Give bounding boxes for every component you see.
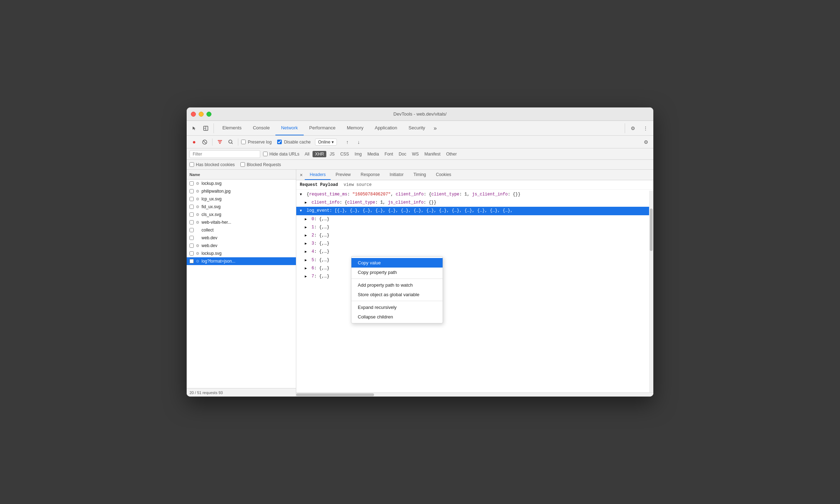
type-filter-img[interactable]: Img [352, 151, 364, 157]
tree-toggle-icon[interactable]: ▶ [305, 233, 309, 239]
tree-toggle-icon[interactable]: ▶ [305, 249, 309, 255]
tree-toggle-icon[interactable]: ▼ [300, 208, 304, 214]
type-filter-media[interactable]: Media [365, 151, 381, 157]
ctx-item-copy-property-path[interactable]: Copy property path [351, 268, 443, 277]
view-source-link[interactable]: view source [344, 182, 372, 187]
tab-network[interactable]: Network [275, 121, 304, 135]
file-checkbox[interactable] [189, 205, 194, 209]
list-item[interactable]: ⚙ lockup.svg [187, 180, 296, 187]
more-tabs-button[interactable]: » [431, 125, 440, 131]
tree-toggle-icon[interactable]: ▶ [305, 258, 309, 263]
list-item[interactable]: ⚙ web-vitals-her... [187, 218, 296, 226]
tree-row[interactable]: ▶ 3: {,…} [296, 240, 653, 248]
settings-icon[interactable]: ⚙ [628, 123, 638, 133]
tab-response[interactable]: Response [356, 170, 385, 180]
tree-row[interactable]: ▶ 7: {,…} [296, 272, 653, 281]
ctx-item-add-to-watch[interactable]: Add property path to watch [351, 280, 443, 290]
tab-performance[interactable]: Performance [304, 121, 341, 135]
disable-cache-checkbox[interactable] [277, 140, 282, 144]
tree-toggle-icon[interactable]: ▶ [305, 200, 309, 206]
file-checkbox[interactable] [189, 189, 194, 193]
tree-row[interactable]: ▼ {request_time_ms: "1605078406207", cli… [296, 191, 653, 199]
tab-elements[interactable]: Elements [217, 121, 247, 135]
tab-console[interactable]: Console [247, 121, 275, 135]
type-filter-ws[interactable]: WS [409, 151, 421, 157]
horizontal-scrollbar[interactable] [296, 392, 653, 397]
file-checkbox[interactable] [189, 236, 194, 240]
type-filter-doc[interactable]: Doc [396, 151, 409, 157]
cursor-icon[interactable] [189, 123, 199, 133]
list-item-selected[interactable]: ⚙ log?format=json... [187, 257, 296, 265]
scrollbar-thumb-vertical[interactable] [650, 209, 653, 251]
list-item[interactable]: ⚙ lcp_ux.svg [187, 195, 296, 203]
tab-initiator[interactable]: Initiator [385, 170, 408, 180]
tree-row-highlighted[interactable]: ▼ log_event: [{…}, {…}, {…}, {…}, {…}, {… [296, 207, 653, 215]
close-button[interactable] [191, 112, 196, 117]
search-button[interactable] [226, 137, 235, 147]
layout-icon[interactable] [201, 123, 211, 133]
type-filter-all[interactable]: All [302, 151, 312, 157]
list-item[interactable]: ⚙ fid_ux.svg [187, 203, 296, 211]
file-checkbox[interactable] [189, 197, 194, 201]
tree-row[interactable]: ▶ 5: {,…} [296, 256, 653, 264]
tab-cookies[interactable]: Cookies [431, 170, 456, 180]
ctx-item-expand-recursively[interactable]: Expand recursively [351, 303, 443, 312]
list-item[interactable]: ⚙ cls_ux.svg [187, 211, 296, 218]
tree-toggle-icon[interactable]: ▶ [305, 241, 309, 247]
type-filter-xhr[interactable]: XHR [313, 151, 326, 157]
preserve-log-checkbox[interactable] [241, 140, 246, 144]
type-filter-manifest[interactable]: Manifest [422, 151, 443, 157]
type-filter-js[interactable]: JS [327, 151, 337, 157]
maximize-button[interactable] [206, 112, 211, 117]
tree-toggle-icon[interactable]: ▶ [305, 266, 309, 271]
file-checkbox[interactable] [189, 220, 194, 224]
tab-memory[interactable]: Memory [341, 121, 369, 135]
file-checkbox[interactable] [189, 228, 194, 232]
download-button[interactable]: ↓ [354, 137, 363, 147]
vertical-scrollbar[interactable] [649, 191, 653, 392]
tab-timing[interactable]: Timing [408, 170, 431, 180]
tree-toggle-icon[interactable]: ▶ [305, 225, 309, 230]
tree-toggle-icon[interactable]: ▶ [305, 274, 309, 280]
tab-headers[interactable]: Headers [305, 170, 331, 180]
tab-security[interactable]: Security [403, 121, 431, 135]
tree-row[interactable]: ▶ 0: {,…} [296, 215, 653, 223]
record-button[interactable]: ● [189, 137, 199, 147]
more-menu-icon[interactable]: ⋮ [641, 123, 651, 133]
ctx-item-collapse-children[interactable]: Collapse children [351, 312, 443, 322]
file-checkbox[interactable] [189, 259, 194, 263]
type-filter-css[interactable]: CSS [338, 151, 351, 157]
list-item[interactable]: ⚙ philipwalton.jpg [187, 187, 296, 195]
ctx-item-store-global[interactable]: Store object as global variable [351, 290, 443, 299]
tab-preview[interactable]: Preview [331, 170, 356, 180]
list-item[interactable]: ⚙ lockup.svg [187, 250, 296, 257]
file-checkbox[interactable] [189, 251, 194, 256]
network-settings-button[interactable]: ⚙ [641, 137, 651, 147]
hide-data-urls-checkbox[interactable] [263, 152, 268, 156]
file-checkbox[interactable] [189, 212, 194, 217]
file-checkbox[interactable] [189, 244, 194, 248]
list-item[interactable]: ⚙ web.dev [187, 234, 296, 242]
ctx-item-copy-value[interactable]: Copy value [351, 258, 443, 268]
tree-row[interactable]: ▶ 4: {,…} [296, 248, 653, 256]
tree-toggle-icon[interactable]: ▶ [305, 217, 309, 222]
tree-row[interactable]: ▶ client_info: {client_type: 1, js_clien… [296, 199, 653, 207]
blocked-requests-label[interactable]: Blocked Requests [240, 162, 281, 167]
blocked-requests-checkbox[interactable] [240, 162, 245, 167]
has-blocked-cookies-label[interactable]: Has blocked cookies [189, 162, 235, 167]
has-blocked-cookies-checkbox[interactable] [189, 162, 194, 167]
file-checkbox[interactable] [189, 181, 194, 186]
filter-button[interactable] [215, 137, 224, 147]
type-filter-font[interactable]: Font [382, 151, 396, 157]
upload-button[interactable]: ↑ [343, 137, 352, 147]
tree-row[interactable]: ▶ 1: {,…} [296, 223, 653, 232]
close-detail-button[interactable]: × [298, 171, 305, 178]
online-dropdown[interactable]: Online ▾ [315, 139, 337, 146]
minimize-button[interactable] [199, 112, 204, 117]
tree-row[interactable]: ▶ 2: {,…} [296, 232, 653, 240]
filter-input[interactable] [189, 150, 260, 158]
tab-application[interactable]: Application [369, 121, 403, 135]
stop-button[interactable] [200, 137, 209, 147]
type-filter-other[interactable]: Other [444, 151, 459, 157]
scrollbar-thumb[interactable] [296, 393, 374, 396]
